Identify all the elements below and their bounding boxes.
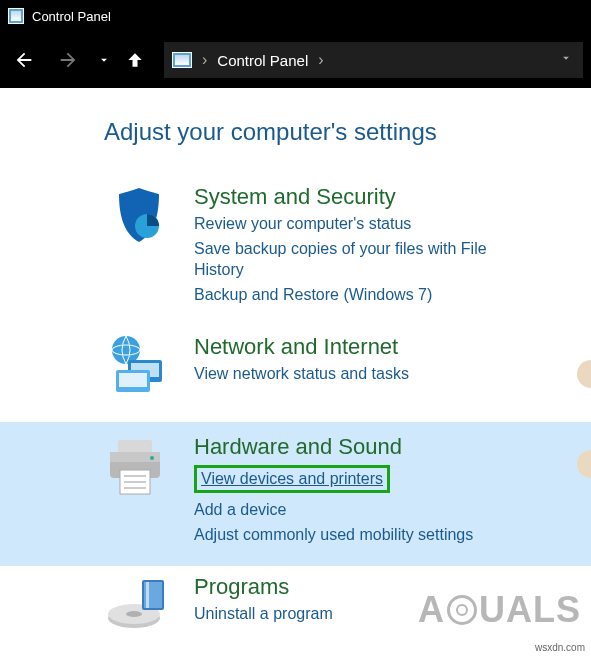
content-area: Adjust your computer's settings System a… (0, 88, 591, 659)
category-system-security: System and Security Review your computer… (0, 176, 591, 326)
chevron-right-icon: › (202, 51, 207, 69)
back-button[interactable] (4, 40, 44, 80)
link-mobility-settings[interactable]: Adjust commonly used mobility settings (194, 524, 524, 546)
svg-rect-7 (118, 440, 152, 454)
programs-icon (104, 574, 174, 644)
source-label: wsxdn.com (535, 642, 585, 653)
address-bar[interactable]: › Control Panel › (164, 42, 583, 78)
category-network-internet: Network and Internet View network status… (0, 326, 591, 422)
forward-button[interactable] (48, 40, 88, 80)
breadcrumb[interactable]: Control Panel (217, 52, 308, 69)
address-dropdown[interactable] (559, 51, 573, 69)
shield-icon (104, 184, 174, 254)
watermark-text: UALS (479, 589, 581, 631)
printer-icon (104, 434, 174, 504)
svg-rect-21 (146, 582, 149, 608)
nav-toolbar: › Control Panel › (0, 32, 591, 88)
control-panel-icon (172, 52, 192, 68)
category-title[interactable]: System and Security (194, 184, 551, 210)
category-hardware-sound: Hardware and Sound View devices and prin… (0, 422, 591, 566)
up-button[interactable] (120, 40, 150, 80)
svg-point-10 (150, 456, 154, 460)
link-view-devices-printers[interactable]: View devices and printers (194, 465, 390, 493)
svg-rect-6 (119, 373, 147, 387)
window-title: Control Panel (32, 9, 111, 24)
watermark-text: A (418, 589, 445, 631)
link-backup-restore[interactable]: Backup and Restore (Windows 7) (194, 284, 524, 306)
link-add-device[interactable]: Add a device (194, 499, 524, 521)
chevron-right-icon: › (318, 51, 323, 69)
category-title[interactable]: Hardware and Sound (194, 434, 551, 460)
link-review-status[interactable]: Review your computer's status (194, 213, 524, 235)
watermark-logo: A UALS (418, 589, 581, 631)
category-title[interactable]: Network and Internet (194, 334, 551, 360)
svg-point-1 (112, 336, 140, 364)
link-network-status[interactable]: View network status and tasks (194, 363, 524, 385)
network-icon (104, 334, 174, 404)
control-panel-icon (8, 8, 24, 24)
page-title: Adjust your computer's settings (0, 118, 591, 176)
titlebar: Control Panel (0, 0, 591, 32)
recent-locations-dropdown[interactable] (92, 40, 116, 80)
watermark-o-icon (447, 595, 477, 625)
svg-point-17 (126, 611, 142, 617)
link-file-history[interactable]: Save backup copies of your files with Fi… (194, 238, 524, 281)
